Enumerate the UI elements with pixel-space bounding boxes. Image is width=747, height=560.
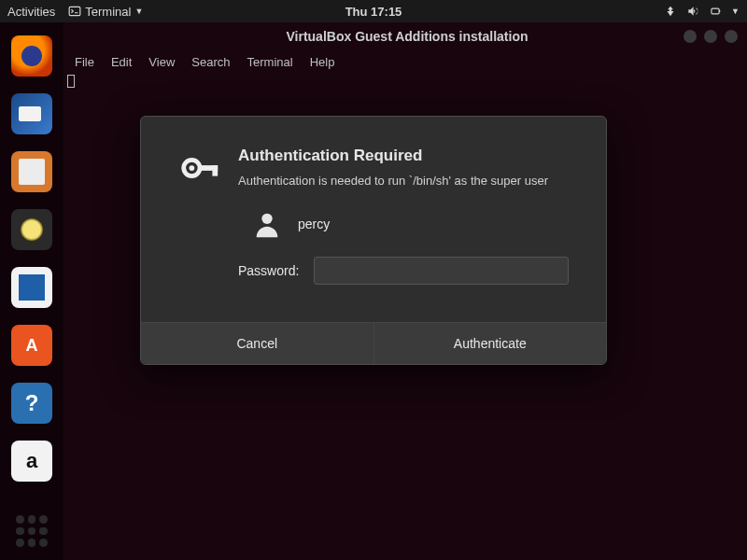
terminal-cursor <box>67 75 75 88</box>
menu-help[interactable]: Help <box>310 55 335 69</box>
dock: ? a <box>0 22 63 560</box>
terminal-menubar: File Edit View Search Terminal Help <box>67 50 747 73</box>
app-menu[interactable]: Terminal ▼ <box>68 5 143 19</box>
menu-search[interactable]: Search <box>191 55 230 69</box>
password-label: Password: <box>238 263 299 278</box>
svg-rect-6 <box>212 165 218 176</box>
dialog-message: Authentication is needed to run `/bin/sh… <box>238 173 556 189</box>
chevron-down-icon: ▼ <box>731 7 740 16</box>
clock[interactable]: Thu 17:15 <box>345 5 402 19</box>
window-close-button[interactable] <box>725 30 738 43</box>
svg-rect-0 <box>69 7 80 15</box>
dock-app-files[interactable] <box>11 151 52 192</box>
terminal-icon <box>68 5 81 18</box>
svg-rect-1 <box>712 8 719 14</box>
window-titlebar: VirtualBox Guest Additions installation <box>67 22 747 50</box>
gnome-topbar: Activities Terminal ▼ Thu 17:15 ▼ <box>0 0 747 22</box>
menu-view[interactable]: View <box>148 55 175 69</box>
user-row: percy <box>251 208 569 240</box>
network-icon <box>664 5 677 18</box>
password-input[interactable] <box>314 257 569 285</box>
dock-app-help[interactable]: ? <box>11 383 52 424</box>
cancel-button[interactable]: Cancel <box>141 323 374 364</box>
system-status-area[interactable]: ▼ <box>664 5 740 18</box>
dock-app-amazon[interactable]: a <box>11 441 52 482</box>
window-title: VirtualBox Guest Additions installation <box>286 29 528 44</box>
dialog-title: Authentication Required <box>238 147 569 165</box>
battery-icon <box>709 5 722 18</box>
dock-app-firefox[interactable] <box>11 35 52 77</box>
menu-file[interactable]: File <box>75 55 94 69</box>
polkit-auth-dialog: Authentication Required Authentication i… <box>140 116 607 365</box>
svg-point-4 <box>190 165 195 171</box>
window-minimize-button[interactable] <box>684 30 697 43</box>
volume-icon <box>686 5 699 18</box>
show-applications-button[interactable] <box>16 515 48 547</box>
username-label: percy <box>298 217 330 231</box>
dock-app-thunderbird[interactable] <box>11 93 52 134</box>
key-icon <box>178 147 221 285</box>
svg-point-7 <box>261 214 272 224</box>
authenticate-button[interactable]: Authenticate <box>374 323 607 364</box>
chevron-down-icon: ▼ <box>134 7 143 16</box>
svg-rect-2 <box>719 10 720 12</box>
window-maximize-button[interactable] <box>704 30 717 43</box>
menu-terminal[interactable]: Terminal <box>247 55 293 69</box>
activities-button[interactable]: Activities <box>7 5 55 19</box>
dock-app-ubuntu-software[interactable] <box>11 325 52 366</box>
dock-app-rhythmbox[interactable] <box>11 209 52 250</box>
menu-edit[interactable]: Edit <box>111 55 132 69</box>
dock-app-libreoffice-writer[interactable] <box>11 267 52 308</box>
user-icon <box>251 208 283 240</box>
